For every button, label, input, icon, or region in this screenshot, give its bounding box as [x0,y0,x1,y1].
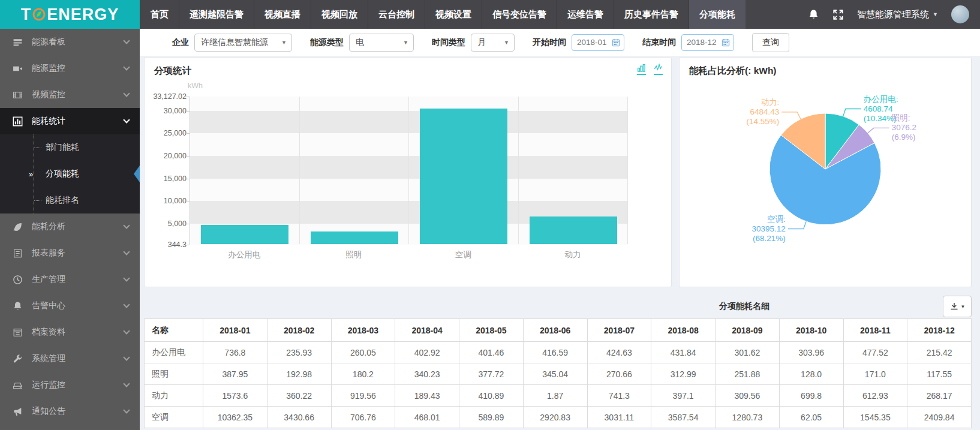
value-cell: 377.72 [459,363,524,385]
wrench-icon [12,353,23,365]
export-button[interactable]: ▼ [943,296,972,317]
nav-tab[interactable]: 运维告警 [557,0,614,29]
sidebar-item-label: 运行监控 [32,380,124,390]
sidebar-item-label: 能耗统计 [32,116,124,127]
table-header-cell: 2018-04 [395,319,459,342]
table-header-row: 名称2018-012018-022018-032018-042018-05201… [145,319,972,342]
sidebar-item-能源监控[interactable]: 能源监控 [0,55,140,82]
sidebar-item-档案资料[interactable]: 档案资料 [0,319,140,345]
table-body: 办公用电736.8235.93260.05402.92401.46416.594… [145,342,972,428]
query-button[interactable]: 查询 [752,33,789,52]
nav-tab[interactable]: 云台控制 [368,0,425,29]
bar-chart-icon [12,116,23,127]
value-cell: 401.46 [459,342,524,363]
chevron-down-icon [123,116,130,123]
sidebar-subitem-分项能耗[interactable]: »分项能耗 [0,161,140,187]
sidebar-item-运行监控[interactable]: 运行监控 [0,372,140,398]
nav-tab[interactable]: 分项能耗 [689,0,745,29]
app-logo: TENERGY [0,0,140,29]
value-cell: 1280.73 [716,407,780,428]
value-cell: 117.55 [907,363,972,385]
nav-tab[interactable]: 视频设置 [425,0,482,29]
value-cell: 62.05 [779,407,843,428]
value-cell: 1545.35 [843,407,907,428]
nav-tab[interactable]: 视频直播 [254,0,311,29]
fullscreen-icon[interactable] [832,9,844,20]
bar-动力[interactable] [530,216,617,244]
value-cell: 416.59 [523,342,587,363]
calendar-icon [722,38,730,47]
sidebar-item-报表服务[interactable]: 报表服务 [0,240,140,266]
logo-leaf-icon [32,7,46,22]
value-cell: 303.96 [779,342,843,363]
bar-照明[interactable] [311,231,398,244]
y-tick-mark [186,201,190,202]
value-cell: 424.63 [587,342,651,363]
table-row: 动力1573.6360.22919.56189.43410.891.87741.… [145,385,972,407]
enterprise-select[interactable]: 许继信息智慧能源 ▼ [194,34,292,52]
table-header-cell: 2018-01 [203,319,267,342]
bar-空调[interactable] [420,109,507,244]
sidebar-subitem-label: 分项能耗 [46,169,79,179]
value-cell: 2920.83 [523,407,587,428]
bar-办公用电[interactable] [201,225,288,244]
report-icon [12,248,23,259]
user-avatar[interactable] [951,5,969,23]
y-tick-label: 33,127.02 [147,92,187,101]
value-cell: 589.89 [459,407,524,428]
pie-chart-area: 办公用电:4608.74(10.34%)照明:3076.2(6.9%)空调:30… [680,79,971,287]
enterprise-value: 许继信息智慧能源 [201,37,273,48]
bar-plot [190,97,627,245]
y-tick-mark [186,133,190,134]
sidebar-item-告警中心[interactable]: 告警中心 [0,293,140,319]
sidebar-item-能源看板[interactable]: 能源看板 [0,29,140,55]
sidebar-item-label: 生产管理 [32,274,124,285]
notification-bell-icon[interactable] [808,9,819,20]
nav-tab[interactable]: 历史事件告警 [614,0,689,29]
x-category-label: 动力 [518,249,628,260]
charts-row: 分项统计 kWh 33,127.0230,00025,00020,00015,0… [144,57,972,287]
nav-tab[interactable]: 首页 [140,0,179,29]
sidebar-item-label: 能耗分析 [32,221,124,232]
value-cell: 309.56 [716,385,780,407]
sidebar-item-能耗统计[interactable]: 能耗统计 [0,108,140,134]
sidebar-item-label: 档案资料 [32,327,124,338]
start-date-input[interactable]: 2018-01 [572,34,624,51]
y-tick-mark [186,156,190,157]
time-type-select[interactable]: 月 ▼ [471,34,515,52]
nav-tab[interactable]: 遥测越限告警 [179,0,254,29]
value-cell: 919.56 [331,385,395,407]
nav-tab[interactable]: 信号变位告警 [482,0,557,29]
pie-label-leader [868,128,889,133]
table-header-cell: 2018-10 [779,319,843,342]
nav-tab[interactable]: 视频回放 [311,0,368,29]
top-right-tools: 智慧能源管理系统 ▼ [790,0,980,29]
value-cell: 612.93 [843,385,907,407]
tree-connector [34,148,41,148]
table-row: 照明387.95192.98180.2340.23377.72345.04270… [145,363,972,385]
sidebar-item-系统管理[interactable]: 系统管理 [0,345,140,372]
bar-chart-card: 分项统计 kWh 33,127.0230,00025,00020,00015,0… [144,57,672,287]
logo-text-energy: ENERGY [47,5,119,24]
sidebar-item-通知公告[interactable]: 通知公告 [0,398,140,425]
end-date-input[interactable]: 2018-12 [681,34,734,51]
sidebar-item-label: 能源监控 [32,63,124,74]
value-cell: 699.8 [779,385,843,407]
energy-type-select[interactable]: 电 ▼ [349,34,414,52]
sidebar-item-能耗分析[interactable]: 能耗分析 [0,214,140,240]
chevron-down-icon: ▼ [281,40,287,46]
sidebar-item-生产管理[interactable]: 生产管理 [0,266,140,293]
sidebar-subitem-能耗排名[interactable]: 能耗排名 [0,187,140,214]
film-icon [12,89,23,101]
row-name-cell: 照明 [145,363,203,385]
leaf-icon [12,221,23,233]
sidebar-subitem-部门能耗[interactable]: 部门能耗 [0,134,140,161]
active-page-marker [134,166,140,182]
table-row: 空调10362.353430.66706.76468.01589.892920.… [145,407,972,428]
active-item-arrows: » [29,170,33,179]
start-date-value: 2018-01 [577,38,612,47]
chevron-down-icon [123,380,130,387]
sidebar-item-视频监控[interactable]: 视频监控 [0,82,140,108]
system-name-menu[interactable]: 智慧能源管理系统 ▼ [857,9,938,20]
value-cell: 215.42 [907,342,972,363]
